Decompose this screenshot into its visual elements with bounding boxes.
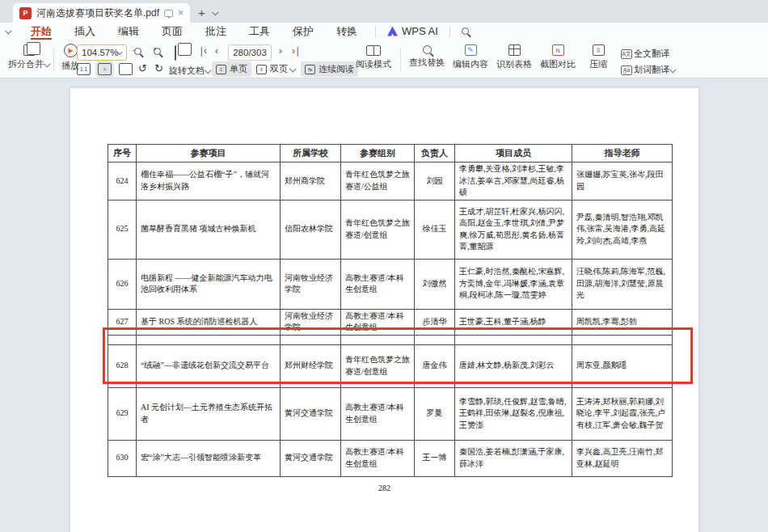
header-cell: 序号 (108, 145, 137, 163)
edit-content-pencil-icon: ✎ (465, 44, 477, 56)
header-cell: 项目成员 (455, 145, 572, 163)
double-page-icon: ‖ (256, 65, 267, 74)
table-row: 624榴住幸福——公益石榴“子”，辅就河洛乡村振兴路郑州商学院青年红色筑梦之旅赛… (108, 163, 673, 201)
previous-page-button[interactable]: ‹ (215, 43, 218, 59)
table-cell: 王涛涛,郑秋丽,郭莉娜,刘晓论,李平,刘起霞,张亮,卢有枝,江军,萧会敏,魏子贺 (572, 387, 673, 440)
continuous-read-button[interactable]: ↹ 连续阅读 (301, 61, 358, 77)
table-cell: 黄河交通学院 (281, 387, 341, 440)
table-cell: 王仁豪,时浩然,秦酩松,宋嘉辉,方奕博,金年,冯琳媛,李涵,袁章桐,段柯冰,陈一… (455, 259, 572, 309)
award-table: 序号参赛项目所属学校参赛组别负责人项目成员指导老师624榴住幸福——公益石榴“子… (108, 144, 673, 477)
wps-ai-logo-icon (387, 27, 398, 36)
rotate-left-icon[interactable]: ↺ (138, 62, 147, 74)
table-row: 625菌草酵香育黑猪 项城古种焕新机信阳农林学院青年红色筑梦之旅赛道/创意组徐佳… (108, 200, 673, 259)
table-cell: 尹磊,秦清明,智浩翔,邓凯伟,张雷,吴海港,李勇,高延玲,刘向杰,高靖,李燕 (572, 200, 673, 259)
collapse-ribbon-chevron-icon[interactable] (5, 27, 11, 34)
compress-button[interactable]: ⇳ 压缩 (584, 44, 613, 70)
full-translate-button[interactable]: A文 全文翻译 (621, 48, 669, 60)
table-cell: 菌草酵香育黑猪 项城古种焕新机 (137, 200, 281, 259)
toolbar: 拆分合并 ▶ 播放 104.57% - + ∣‹ ‹ 280/303 › ›∣ … (0, 40, 768, 78)
table-cell: 624 (108, 163, 137, 201)
table-cell: 张姗姗,苏宝英,张岑,段田园 (572, 163, 673, 201)
table-cell: 刘傲然 (415, 259, 455, 309)
table-cell: 李雪静,郭琰,任俊辉,赵雪,鲁晴,王鹤祥,田依琳,赵裂名,倪康祖,王赞澎 (455, 387, 572, 440)
table-cell: 宏“涂”大志—引领智能喷涂新变革 (137, 440, 281, 476)
menu-tab-page[interactable]: 页面 (150, 23, 194, 40)
zoom-out-icon[interactable] (134, 48, 141, 55)
tab-list-chevron-icon[interactable] (212, 9, 218, 15)
table-cell: 刘园 (415, 163, 455, 201)
rotate-right-icon[interactable]: ↻ (154, 62, 163, 74)
menu-tab-home[interactable]: 开始 (19, 23, 63, 40)
fit-page-icon[interactable]: ⌗ (98, 63, 112, 75)
word-translate-button[interactable]: A̲a 划词翻译 (621, 64, 676, 76)
fit-width-icon[interactable] (119, 63, 133, 75)
zoom-level-value: 104.57% (82, 48, 118, 57)
full-translate-icon: A文 (621, 49, 632, 59)
single-page-icon: ≡ (216, 65, 226, 74)
divider (375, 26, 376, 37)
document-tab[interactable]: P 河南选拔赛项目获奖名单.pdf × (13, 3, 190, 23)
screenshot-compare-button[interactable]: N 截图对比 (538, 44, 577, 70)
menu-tab-protect[interactable]: 保护 (281, 23, 325, 40)
table-cell: 秦国浩,姜若楠,彭潇涵,于家康,薛冰洋 (455, 440, 572, 476)
split-merge-button[interactable]: 拆分合并 (6, 44, 52, 70)
table-cell: 罗曼 (415, 387, 455, 440)
table-cell: 徐佳玉 (415, 200, 455, 259)
pdf-file-icon: P (19, 7, 32, 19)
menu-tab-tools[interactable]: 工具 (238, 23, 281, 40)
comment-bubble-icon[interactable] (164, 10, 173, 17)
extract-pages-icon[interactable] (175, 45, 176, 61)
table-row: 629AI 元创计划—土元养殖生态系统开拓者黄河交通学院高教主赛道/本科生创意组… (108, 387, 673, 440)
highlight-rectangle (103, 327, 693, 384)
table-cell: 郑州商学院 (281, 163, 341, 201)
header-cell: 所属学校 (281, 145, 341, 163)
menu-tab-convert[interactable]: 转换 (325, 23, 369, 40)
table-cell: 629 (108, 387, 137, 440)
search-icon[interactable] (462, 27, 469, 35)
read-mode-button[interactable]: 阅读模式 (354, 45, 393, 70)
menu-tab-insert[interactable]: 插入 (63, 23, 107, 40)
zoom-in-plus: + (153, 45, 157, 53)
divider (449, 26, 450, 37)
read-mode-book-icon (366, 45, 381, 56)
table-cell: 信阳农林学院 (281, 200, 341, 259)
table-cell: 高教主赛道/本科生创意组 (341, 440, 415, 476)
table-cell: 王一博 (415, 440, 455, 476)
menu-tab-edit[interactable]: 编辑 (107, 23, 150, 40)
document-area[interactable]: 序号参赛项目所属学校参赛组别负责人项目成员指导老师624榴住幸福——公益石榴“子… (0, 79, 768, 532)
divider (400, 47, 401, 71)
table-cell: 625 (108, 200, 137, 259)
next-page-button[interactable]: › (279, 43, 282, 59)
table-cell: 电循新程 ——健全新能源汽车动力电池回收利用体系 (137, 259, 281, 309)
last-page-button[interactable]: ›∣ (292, 43, 300, 59)
tab-bar: P 河南选拔赛项目获奖名单.pdf × + (0, 0, 768, 23)
recognize-table-button[interactable]: 识别表格 (495, 44, 534, 70)
table-row: 630宏“涂”大志—引领智能喷涂新变革黄河交通学院高教主赛道/本科生创意组王一博… (108, 440, 673, 476)
table-cell: 李勇攀,关亚格,刘津杉,王敏,李冰洁,姜幸言,邓家慧,尚廷睿,杨硕 (455, 163, 572, 201)
actual-size-icon[interactable]: 1:1 (77, 63, 91, 75)
table-cell: 王成才,胡芷轩,杜家兴,杨闪闪,高阳,赵金玉,李世琪,刘倩,尹梦爽,徐万威,荀思… (455, 200, 572, 259)
pdf-page: 序号参赛项目所属学校参赛组别负责人项目成员指导老师624榴住幸福——公益石榴“子… (70, 88, 698, 532)
single-page-button[interactable]: ≡ 单页 (212, 61, 251, 77)
split-merge-icon (23, 44, 36, 56)
zoom-level-select[interactable]: 104.57% (77, 44, 127, 61)
table-cell: 626 (108, 259, 137, 309)
menu-tab-annotate[interactable]: 批注 (194, 23, 238, 40)
table-cell: AI 元创计划—土元养殖生态系统开拓者 (137, 387, 281, 440)
rotate-document-button[interactable]: 旋转文档 (169, 65, 211, 77)
table-cell: 青年红色筑梦之旅赛道/公益组 (341, 163, 415, 201)
header-cell: 指导老师 (572, 145, 673, 163)
edit-content-button[interactable]: ✎ 编辑内容 (451, 44, 490, 70)
find-replace-button[interactable]: 查找替换 (407, 45, 446, 69)
page-number-input[interactable]: 280/303 (228, 44, 272, 61)
tab-close-icon[interactable]: × (178, 8, 184, 18)
double-page-button[interactable]: ‖ 双页 (252, 61, 300, 77)
header-cell: 参赛项目 (137, 145, 281, 163)
first-page-button[interactable]: ∣‹ (199, 43, 207, 59)
menu-bar: 开始 插入 编辑 页面 批注 工具 保护 转换 WPS AI (0, 23, 768, 40)
header-cell: 参赛组别 (341, 145, 415, 163)
wps-ai-button[interactable]: WPS AI (382, 25, 443, 37)
table-row: 626电循新程 ——健全新能源汽车动力电池回收利用体系河南牧业经济学院高教主赛道… (108, 259, 673, 309)
new-tab-button[interactable]: + (198, 6, 205, 23)
table-cell: 河南牧业经济学院 (281, 259, 341, 309)
